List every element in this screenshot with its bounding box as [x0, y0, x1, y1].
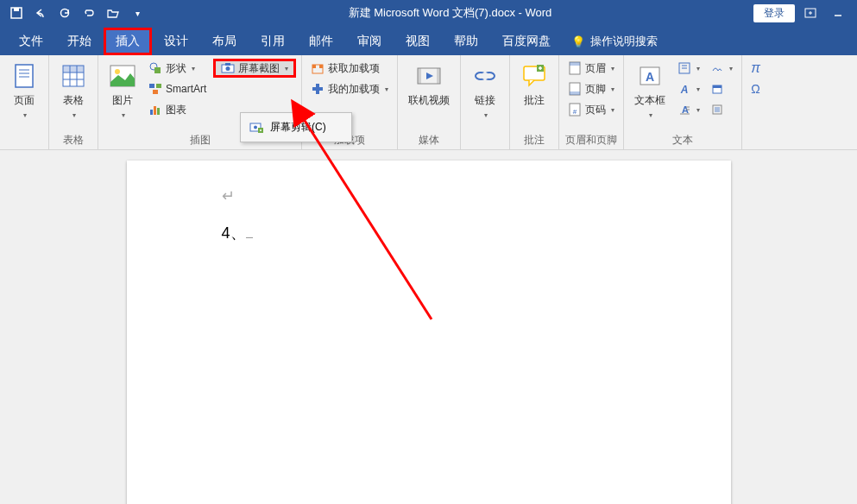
group-hf-label: 页眉和页脚 — [564, 131, 618, 148]
dropcap-icon: A — [677, 103, 691, 117]
document-title: 新建 Microsoft Word 文档(7).docx - Word — [147, 5, 753, 21]
chart-icon — [148, 103, 162, 117]
online-video-button[interactable]: 联机视频 — [403, 59, 455, 111]
get-addins-button[interactable]: 获取加载项 — [307, 59, 392, 78]
signature-button[interactable] — [707, 59, 736, 78]
tell-me-label: 操作说明搜索 — [590, 34, 658, 49]
textbox-label: 文本框 — [634, 93, 665, 108]
comment-icon — [520, 62, 548, 90]
minimize-icon[interactable] — [826, 3, 850, 22]
smartart-icon — [148, 82, 162, 96]
quickparts-button[interactable] — [674, 59, 703, 78]
svg-rect-5 — [16, 65, 33, 87]
attach-icon[interactable] — [79, 3, 98, 22]
symbol-button[interactable]: Ω — [747, 79, 764, 98]
links-label: 链接 — [475, 93, 495, 108]
datetime-button[interactable] — [707, 79, 736, 98]
chart-button[interactable]: 图表 — [145, 100, 210, 119]
group-links: 链接 — [461, 55, 510, 149]
store-icon — [311, 61, 325, 75]
link-icon — [471, 62, 499, 90]
svg-rect-58 — [713, 85, 722, 88]
svg-rect-23 — [154, 106, 156, 115]
svg-rect-1 — [14, 8, 19, 11]
group-tables: 表格 表格 — [49, 55, 98, 149]
qat-more-icon[interactable]: ▾ — [128, 3, 147, 22]
login-button[interactable]: 登录 — [753, 4, 795, 22]
equation-button[interactable]: π — [747, 59, 764, 78]
chart-label: 图表 — [166, 103, 186, 117]
smartart-label: SmartArt — [166, 83, 206, 95]
save-icon[interactable] — [7, 3, 26, 22]
tell-me-search[interactable]: 💡 操作说明搜索 — [563, 28, 666, 55]
shapes-button[interactable]: 形状 — [145, 59, 210, 78]
screenshot-icon — [221, 61, 235, 75]
svg-rect-24 — [157, 108, 160, 115]
group-media-label: 媒体 — [403, 131, 455, 148]
comment-button[interactable]: 批注 — [515, 59, 553, 111]
my-addins-button[interactable]: 我的加载项 — [307, 79, 392, 98]
links-button[interactable]: 链接 — [466, 59, 504, 123]
tab-references[interactable]: 引用 — [249, 28, 297, 55]
tab-mailings[interactable]: 邮件 — [297, 28, 345, 55]
textbox-icon: A — [636, 62, 664, 90]
document-page[interactable]: ↵ 4、 — [127, 161, 731, 504]
tab-baidu[interactable]: 百度网盘 — [490, 28, 563, 55]
table-button[interactable]: 表格 — [54, 59, 92, 123]
screen-clipping-item[interactable]: 屏幕剪辑(C) — [244, 117, 348, 138]
picture-icon — [109, 62, 136, 90]
titlebar: ▾ 新建 Microsoft Word 文档(7).docx - Word 登录 — [0, 0, 857, 26]
footer-icon — [568, 82, 582, 96]
tab-layout[interactable]: 布局 — [200, 28, 249, 55]
ribbon-display-icon[interactable] — [798, 3, 822, 22]
doc-paragraph-2: 4、 — [222, 223, 636, 243]
tab-review[interactable]: 审阅 — [345, 28, 394, 55]
svg-text:A: A — [680, 84, 689, 95]
screenshot-button[interactable]: 屏幕截图 — [213, 59, 296, 78]
tab-design[interactable]: 设计 — [152, 28, 200, 55]
pagenum-label: 页码 — [585, 103, 606, 117]
svg-rect-18 — [154, 67, 161, 73]
group-header-footer: 页眉 页脚 # 页码 页眉和页脚 — [559, 55, 624, 149]
clipping-icon — [249, 121, 263, 135]
tab-home[interactable]: 开始 — [55, 28, 104, 55]
comment-label: 批注 — [524, 93, 545, 108]
tab-insert[interactable]: 插入 — [104, 28, 152, 55]
svg-rect-14 — [63, 66, 84, 72]
svg-point-62 — [254, 125, 257, 129]
svg-rect-19 — [149, 84, 154, 88]
wordart-button[interactable]: A — [674, 79, 703, 98]
table-icon — [60, 62, 87, 90]
group-symbols: π Ω — [742, 55, 769, 149]
pictures-label: 图片 — [112, 93, 133, 108]
svg-rect-33 — [437, 68, 440, 84]
lightbulb-icon: 💡 — [571, 35, 585, 48]
pages-button[interactable]: 页面 — [5, 59, 43, 123]
textbox-button[interactable]: A 文本框 — [629, 59, 671, 123]
header-button[interactable]: 页眉 — [564, 59, 618, 78]
screenshot-dropdown: 屏幕剪辑(C) — [240, 112, 352, 142]
text-cursor — [246, 237, 253, 238]
svg-point-16 — [115, 69, 120, 74]
tab-help[interactable]: 帮助 — [442, 28, 490, 55]
svg-point-26 — [226, 66, 230, 71]
tab-file[interactable]: 文件 — [7, 28, 55, 55]
header-label: 页眉 — [585, 61, 606, 76]
pictures-button[interactable]: 图片 — [104, 59, 142, 123]
redo-icon[interactable] — [55, 3, 74, 22]
svg-rect-44 — [570, 91, 580, 95]
tab-view[interactable]: 视图 — [394, 28, 442, 55]
dropcap-button[interactable]: A — [674, 100, 703, 119]
object-button[interactable] — [707, 100, 736, 119]
footer-button[interactable]: 页脚 — [564, 79, 618, 98]
svg-rect-27 — [225, 63, 230, 66]
group-pages-label — [5, 146, 43, 148]
smartart-button[interactable]: SmartArt — [145, 79, 210, 98]
my-addins-label: 我的加载项 — [328, 82, 380, 97]
pagenum-button[interactable]: # 页码 — [564, 100, 618, 119]
page-icon — [10, 62, 38, 90]
group-comments-label: 批注 — [515, 131, 553, 148]
open-icon[interactable] — [104, 3, 123, 22]
undo-icon[interactable] — [31, 3, 50, 22]
pi-icon: π — [751, 60, 760, 76]
